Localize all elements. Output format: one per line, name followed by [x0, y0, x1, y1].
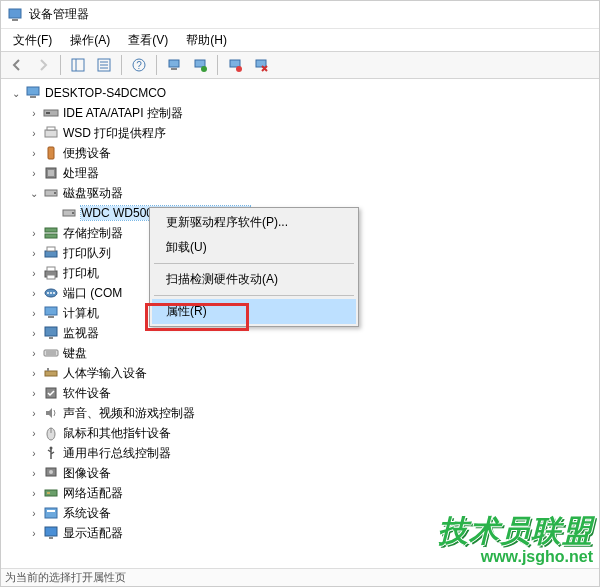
- uninstall-button[interactable]: [223, 53, 247, 77]
- expand-icon[interactable]: ›: [27, 486, 41, 500]
- expand-icon[interactable]: ›: [27, 366, 41, 380]
- category-label: 磁盘驱动器: [63, 185, 123, 202]
- svg-rect-1: [12, 19, 18, 21]
- back-button[interactable]: [5, 53, 29, 77]
- forward-button[interactable]: [31, 53, 55, 77]
- svg-rect-57: [47, 492, 50, 494]
- svg-rect-23: [48, 147, 54, 159]
- device-category-icon: [43, 305, 59, 321]
- svg-rect-36: [47, 275, 55, 279]
- tree-category[interactable]: › 人体学输入设备: [25, 363, 599, 383]
- tree-category[interactable]: › 图像设备: [25, 463, 599, 483]
- svg-point-27: [54, 192, 56, 194]
- cm-update-driver[interactable]: 更新驱动程序软件(P)...: [152, 210, 356, 235]
- expand-icon[interactable]: ›: [27, 106, 41, 120]
- device-category-icon: [43, 485, 59, 501]
- svg-rect-48: [45, 371, 57, 376]
- disable-button[interactable]: [249, 53, 273, 77]
- toolbar-separator: [156, 55, 157, 75]
- computer-icon: [25, 85, 41, 101]
- collapse-icon[interactable]: ⌄: [9, 86, 23, 100]
- expand-icon[interactable]: ›: [27, 126, 41, 140]
- expand-icon[interactable]: ›: [27, 326, 41, 340]
- expand-icon[interactable]: ›: [27, 506, 41, 520]
- tree-category[interactable]: › 鼠标和其他指针设备: [25, 423, 599, 443]
- statusbar: 为当前的选择打开属性页: [1, 568, 599, 586]
- svg-rect-56: [45, 490, 57, 496]
- svg-rect-10: [169, 60, 179, 67]
- cm-separator: [154, 263, 354, 264]
- svg-rect-20: [46, 112, 50, 114]
- update-driver-button[interactable]: [188, 53, 212, 77]
- category-label: 便携设备: [63, 145, 111, 162]
- scan-button[interactable]: [162, 53, 186, 77]
- device-category-icon: [43, 425, 59, 441]
- category-label: 存储控制器: [63, 225, 123, 242]
- expand-icon[interactable]: ›: [27, 246, 41, 260]
- svg-rect-16: [256, 60, 266, 67]
- expand-icon[interactable]: ›: [27, 146, 41, 160]
- device-category-icon: [43, 385, 59, 401]
- tree-category[interactable]: › 软件设备: [25, 383, 599, 403]
- collapse-icon[interactable]: ⌄: [27, 186, 41, 200]
- device-category-icon: [43, 365, 59, 381]
- tree-category[interactable]: › 处理器: [25, 163, 599, 183]
- expand-icon[interactable]: ›: [27, 446, 41, 460]
- svg-rect-60: [45, 527, 57, 536]
- expand-icon[interactable]: ›: [27, 466, 41, 480]
- expand-icon[interactable]: ›: [27, 266, 41, 280]
- root-label: DESKTOP-S4DCMCO: [45, 86, 166, 100]
- expand-icon[interactable]: ›: [27, 286, 41, 300]
- expand-icon[interactable]: ›: [27, 166, 41, 180]
- tree-category[interactable]: › 通用串行总线控制器: [25, 443, 599, 463]
- device-category-icon: [43, 105, 59, 121]
- tree-category[interactable]: › 网络适配器: [25, 483, 599, 503]
- svg-rect-41: [45, 307, 57, 315]
- svg-rect-17: [27, 87, 39, 95]
- expand-icon[interactable]: ›: [27, 306, 41, 320]
- category-label: 图像设备: [63, 465, 111, 482]
- device-category-icon: [43, 325, 59, 341]
- tree-category[interactable]: › WSD 打印提供程序: [25, 123, 599, 143]
- expand-icon[interactable]: ›: [27, 346, 41, 360]
- help-button[interactable]: ?: [127, 53, 151, 77]
- tree-category[interactable]: › IDE ATA/ATAPI 控制器: [25, 103, 599, 123]
- show-hide-tree-button[interactable]: [66, 53, 90, 77]
- tree-category[interactable]: › 显示适配器: [25, 523, 599, 543]
- svg-rect-18: [30, 96, 36, 98]
- properties-button[interactable]: [92, 53, 116, 77]
- tree-category[interactable]: › 声音、视频和游戏控制器: [25, 403, 599, 423]
- toolbar: ?: [1, 51, 599, 79]
- svg-text:?: ?: [136, 60, 142, 71]
- svg-rect-42: [48, 316, 54, 318]
- svg-rect-49: [47, 368, 49, 371]
- svg-rect-43: [45, 327, 57, 336]
- expand-icon[interactable]: ›: [27, 406, 41, 420]
- svg-point-13: [201, 66, 207, 72]
- tree-category[interactable]: › 键盘: [25, 343, 599, 363]
- cm-scan[interactable]: 扫描检测硬件改动(A): [152, 267, 356, 292]
- expand-icon[interactable]: ›: [27, 426, 41, 440]
- menu-action[interactable]: 操作(A): [62, 30, 118, 51]
- menubar: 文件(F) 操作(A) 查看(V) 帮助(H): [1, 29, 599, 51]
- category-label: 通用串行总线控制器: [63, 445, 171, 462]
- tree-category[interactable]: › 系统设备: [25, 503, 599, 523]
- expand-icon[interactable]: ›: [27, 526, 41, 540]
- menu-help[interactable]: 帮助(H): [178, 30, 235, 51]
- device-category-icon: [43, 145, 59, 161]
- expand-icon[interactable]: ›: [27, 386, 41, 400]
- category-label: 人体学输入设备: [63, 365, 147, 382]
- svg-point-29: [72, 212, 74, 214]
- svg-point-39: [50, 292, 52, 294]
- menu-view[interactable]: 查看(V): [120, 30, 176, 51]
- category-label: 打印队列: [63, 245, 111, 262]
- app-icon: [7, 7, 23, 23]
- tree-category[interactable]: › 便携设备: [25, 143, 599, 163]
- expand-icon[interactable]: ›: [27, 226, 41, 240]
- cm-properties[interactable]: 属性(R): [152, 299, 356, 324]
- cm-uninstall[interactable]: 卸载(U): [152, 235, 356, 260]
- menu-file[interactable]: 文件(F): [5, 30, 60, 51]
- category-label: 显示适配器: [63, 525, 123, 542]
- device-category-icon: [43, 125, 59, 141]
- device-category-icon: [43, 245, 59, 261]
